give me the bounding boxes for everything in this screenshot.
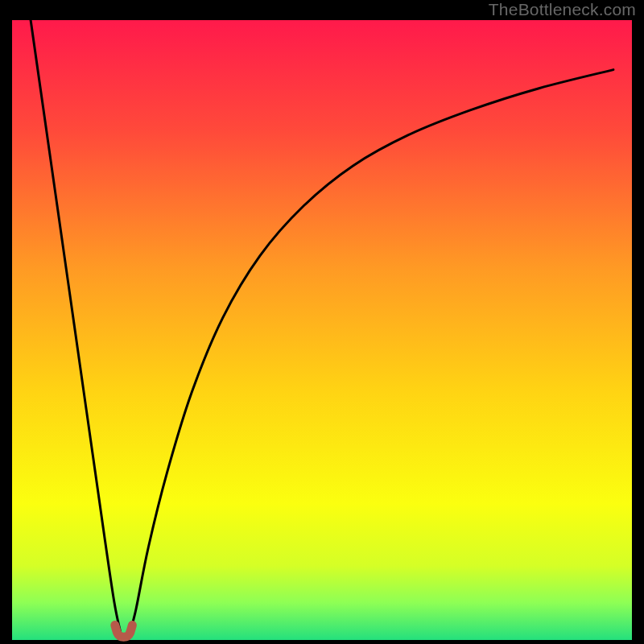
chart-frame: TheBottleneck.com <box>0 0 644 644</box>
watermark-label: TheBottleneck.com <box>489 0 636 19</box>
bottleneck-chart <box>0 0 644 644</box>
